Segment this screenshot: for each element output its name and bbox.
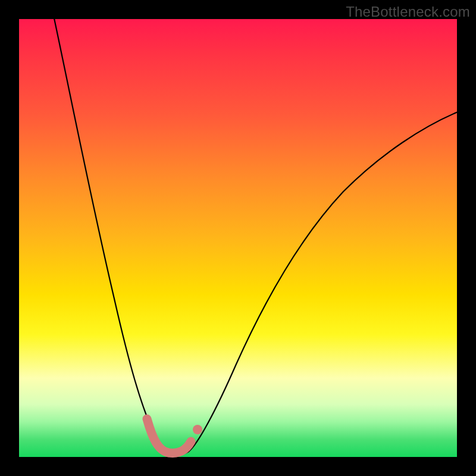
watermark-text: TheBottleneck.com [346, 4, 470, 20]
curve-layer [19, 19, 457, 457]
highlight-segment [147, 419, 191, 453]
bottleneck-curve [52, 7, 459, 455]
chart-frame: TheBottleneck.com [0, 0, 476, 476]
highlight-dot [193, 425, 202, 434]
plot-area [19, 19, 457, 457]
